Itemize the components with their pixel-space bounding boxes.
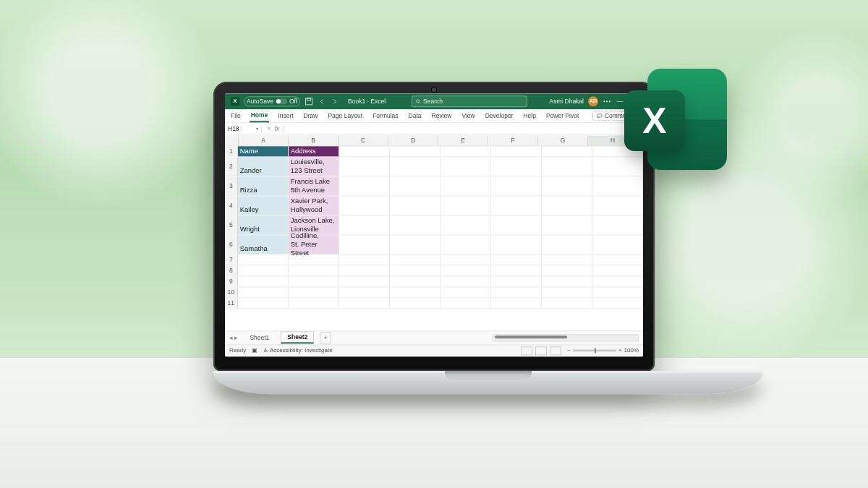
row-header[interactable]: 4 — [225, 196, 238, 215]
tab-formulas[interactable]: Formulas — [371, 110, 399, 121]
cell[interactable] — [390, 298, 441, 308]
cell[interactable] — [491, 235, 542, 254]
cell[interactable] — [592, 276, 643, 286]
ribbon-options-icon[interactable] — [603, 97, 611, 106]
cell[interactable] — [339, 298, 390, 308]
cell[interactable] — [238, 265, 289, 275]
cell[interactable] — [390, 176, 441, 195]
cell[interactable] — [289, 276, 339, 286]
tab-home[interactable]: Home — [250, 109, 270, 122]
cell[interactable] — [542, 276, 592, 286]
row-header[interactable]: 7 — [225, 254, 238, 265]
cell[interactable] — [390, 196, 441, 215]
cell-b4[interactable]: Xavier Park,Hollywood — [289, 196, 339, 215]
cell[interactable] — [238, 298, 289, 308]
add-sheet-button[interactable]: + — [320, 332, 331, 343]
scrollbar-thumb[interactable] — [495, 335, 567, 338]
name-box[interactable]: H18 ▾ — [225, 125, 262, 132]
fx-label[interactable]: ✕ fx — [262, 125, 284, 132]
cell[interactable] — [390, 215, 441, 234]
cell[interactable] — [339, 235, 390, 254]
cell[interactable] — [390, 146, 441, 156]
cell[interactable] — [542, 298, 592, 308]
cell[interactable] — [441, 196, 491, 215]
cell[interactable] — [491, 298, 542, 308]
tab-review[interactable]: Review — [430, 110, 454, 121]
cell[interactable] — [441, 215, 491, 234]
cell[interactable] — [390, 254, 441, 265]
sheet-nav-arrows[interactable]: ◂ ▸ — [229, 334, 238, 341]
cell[interactable] — [592, 298, 643, 308]
row-header[interactable]: 5 — [225, 215, 238, 234]
row-header[interactable]: 2 — [225, 157, 238, 176]
spreadsheet-grid[interactable]: A B C D E F G H 1NameAddress2ZanderLouie… — [225, 135, 643, 330]
cell[interactable] — [491, 265, 542, 275]
save-icon[interactable] — [305, 97, 313, 106]
cell[interactable] — [592, 176, 643, 195]
cell[interactable] — [592, 215, 643, 234]
tab-insert[interactable]: Insert — [276, 110, 294, 121]
zoom-slider[interactable] — [573, 349, 616, 351]
cell-b2[interactable]: Louiesville,123 Street — [289, 157, 339, 176]
cell[interactable] — [441, 298, 491, 308]
cell[interactable] — [339, 146, 390, 156]
cell[interactable] — [542, 146, 592, 156]
cell[interactable] — [542, 265, 592, 275]
cell[interactable] — [542, 287, 592, 297]
cell[interactable] — [441, 146, 491, 156]
accessibility-status[interactable]: ♿︎ Accessibility: Investigate — [263, 347, 332, 354]
cell[interactable] — [491, 287, 542, 297]
cell[interactable] — [592, 235, 643, 254]
cell[interactable] — [592, 196, 643, 215]
col-header-b[interactable]: B — [289, 135, 339, 145]
sheet-tab-sheet1[interactable]: Sheet1 — [244, 333, 275, 343]
row-header[interactable]: 6 — [225, 235, 238, 254]
row-header[interactable]: 3 — [225, 176, 238, 195]
tab-data[interactable]: Data — [407, 110, 423, 121]
cell[interactable] — [542, 196, 592, 215]
zoom-in-icon[interactable]: + — [618, 347, 622, 354]
tab-power-pivot[interactable]: Power Pivot — [545, 110, 580, 121]
cell[interactable] — [441, 287, 491, 297]
cell[interactable] — [441, 176, 491, 195]
page-layout-view-button[interactable] — [535, 346, 547, 355]
user-avatar[interactable]: AD — [588, 96, 598, 106]
cell[interactable] — [491, 215, 542, 234]
row-header[interactable]: 11 — [225, 298, 238, 308]
tab-page-layout[interactable]: Page Layout — [326, 110, 364, 121]
sheet-tab-sheet2[interactable]: Sheet2 — [281, 331, 314, 343]
cell[interactable] — [491, 146, 542, 156]
cell[interactable] — [390, 157, 441, 176]
cell[interactable] — [592, 265, 643, 275]
redo-icon[interactable] — [331, 97, 339, 106]
cell[interactable] — [390, 235, 441, 254]
tab-file[interactable]: File — [229, 110, 242, 121]
search-input[interactable]: Search — [412, 95, 527, 107]
cell[interactable] — [592, 287, 643, 297]
cell[interactable] — [441, 235, 491, 254]
cell[interactable] — [491, 254, 542, 265]
cell[interactable] — [289, 287, 339, 297]
cell[interactable] — [542, 215, 592, 234]
cell[interactable] — [491, 196, 542, 215]
cell[interactable] — [339, 215, 390, 234]
tab-draw[interactable]: Draw — [302, 110, 320, 121]
tab-help[interactable]: Help — [522, 110, 537, 121]
cell[interactable] — [289, 254, 339, 265]
cell[interactable] — [238, 276, 289, 286]
cell[interactable] — [238, 254, 289, 265]
row-header[interactable]: 8 — [225, 265, 238, 275]
cell[interactable] — [289, 298, 339, 308]
normal-view-button[interactable] — [521, 346, 532, 355]
cell[interactable] — [339, 265, 390, 275]
cell[interactable] — [441, 157, 491, 176]
cell[interactable] — [542, 157, 592, 176]
row-header[interactable]: 10 — [225, 287, 238, 297]
zoom-control[interactable]: − + 100% — [567, 347, 639, 354]
cell[interactable] — [491, 157, 542, 176]
cell[interactable] — [390, 287, 441, 297]
cell[interactable] — [542, 235, 592, 254]
cell[interactable] — [289, 265, 339, 275]
cell[interactable] — [491, 276, 542, 286]
cell[interactable] — [339, 196, 390, 215]
